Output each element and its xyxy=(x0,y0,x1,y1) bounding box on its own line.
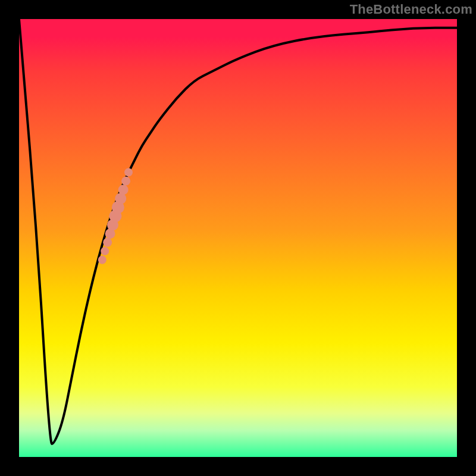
chart-frame: TheBottleneck.com xyxy=(0,0,476,476)
highlight-dot xyxy=(118,185,129,195)
highlight-dot xyxy=(101,247,109,255)
watermark-text: TheBottleneck.com xyxy=(350,2,472,17)
highlight-dot xyxy=(121,177,130,186)
highlight-dot xyxy=(98,256,107,264)
highlight-dot xyxy=(124,168,133,177)
plot-area xyxy=(19,19,457,457)
bottleneck-curve xyxy=(19,19,457,457)
highlight-dot xyxy=(103,238,112,247)
